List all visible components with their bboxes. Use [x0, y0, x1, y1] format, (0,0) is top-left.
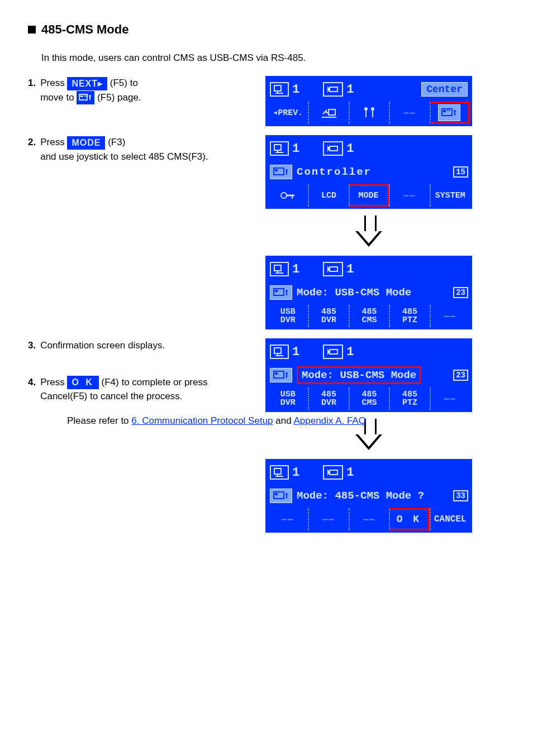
dvr-icon — [270, 141, 289, 156]
step-number: 2. — [28, 135, 36, 164]
page-badge: 15 — [453, 166, 468, 178]
mode-button[interactable]: MODE — [349, 184, 389, 207]
usb-dvr-button[interactable]: USBDVR — [268, 387, 308, 410]
485-ptz-button[interactable]: 485PTZ — [389, 387, 429, 410]
dvr-num: 1 — [292, 83, 299, 97]
485-dvr-button[interactable]: 485DVR — [308, 387, 348, 410]
lcd-button[interactable]: LCD — [308, 184, 348, 207]
step1-text: Press — [40, 78, 64, 88]
svg-point-13 — [364, 107, 368, 111]
485-dvr-button[interactable]: 485DVR — [308, 305, 348, 327]
lcd-screen-2: 1 1 Controller 15 LCD MODE — — [265, 135, 472, 209]
svg-rect-50 — [275, 372, 278, 375]
lcd2-title: Controller — [297, 166, 372, 178]
step1-text: page. — [117, 92, 141, 103]
svg-rect-18 — [443, 110, 446, 112]
cam-icon — [323, 465, 343, 480]
cam-icon — [323, 262, 343, 276]
step4-text: (F4) to complete or press Cancel(F5) to … — [40, 377, 207, 402]
dvr-num: 1 — [292, 345, 299, 359]
dvr-icon — [270, 262, 289, 276]
485-cms-button[interactable]: 485CMS — [349, 387, 389, 410]
cam-num: 1 — [346, 345, 354, 359]
svg-rect-2 — [84, 95, 85, 97]
f5-blank: —— — [430, 387, 470, 410]
dvr-num: 1 — [292, 142, 299, 156]
lcd5-title: Mode: 485-CMS Mode ? — [297, 490, 424, 502]
intro-text: In this mode, users can control CMS as U… — [41, 52, 505, 64]
svg-rect-57 — [330, 470, 337, 475]
svg-rect-44 — [274, 348, 281, 353]
f1-key-icon[interactable] — [268, 184, 308, 207]
dvr-num: 1 — [292, 262, 299, 276]
svg-rect-23 — [274, 145, 281, 150]
ok-button[interactable]: O K — [389, 508, 429, 530]
svg-rect-27 — [330, 146, 337, 151]
center-label: Center — [421, 82, 468, 97]
system-button[interactable]: SYSTEM — [430, 184, 470, 207]
step-number: 3. — [28, 338, 36, 353]
f4-blank: —— — [389, 184, 429, 207]
f3-blank: —— — [349, 508, 389, 530]
section-title-text: 485-CMS Mode — [41, 22, 129, 37]
svg-rect-1 — [80, 95, 83, 97]
step2-text: and use joystick to select 485 CMS(F3). — [40, 151, 208, 162]
dvr-icon — [270, 344, 289, 359]
svg-rect-39 — [330, 267, 337, 271]
page-badge: 33 — [453, 490, 468, 501]
link-protocol-setup[interactable]: 6. Communication Protocol Setup — [131, 415, 273, 426]
controller-title-icon — [270, 368, 292, 382]
lcd-screen-1: 1 1 Center ◂PREV. —— — [265, 76, 472, 126]
485-cms-button[interactable]: 485CMS — [349, 305, 389, 327]
dvr-icon — [270, 82, 289, 97]
f2-icon[interactable] — [308, 102, 348, 124]
step2-text: (F3) — [108, 137, 125, 147]
f3-icon[interactable] — [349, 102, 389, 124]
cam-num: 1 — [346, 83, 354, 97]
page-badge: 23 — [453, 287, 468, 298]
svg-rect-20 — [449, 110, 450, 111]
cam-num: 1 — [346, 262, 354, 276]
step-number: 1. — [28, 76, 36, 104]
f5-blank: —— — [430, 305, 470, 327]
step2-text: Press — [40, 137, 64, 147]
cam-num: 1 — [346, 142, 354, 156]
link-appendix-faq[interactable]: Appendix A. FAQ — [293, 415, 365, 426]
lcd-screen-3: 1 1 Mode: USB-CMS Mode 23 USBDVR 485DVR … — [265, 256, 472, 329]
svg-rect-6 — [274, 85, 281, 91]
controller-title-icon — [270, 165, 292, 179]
f2-blank: —— — [308, 508, 348, 530]
controller-icon — [79, 92, 92, 104]
lcd4-title[interactable]: Mode: USB-CMS Mode — [297, 366, 421, 384]
svg-point-4 — [89, 95, 91, 97]
485-ptz-button[interactable]: 485PTZ — [389, 305, 429, 327]
next-chip: NEXT▸ — [67, 77, 107, 90]
step3-text: Confirmation screen displays. — [40, 338, 165, 353]
f4-blank: —— — [389, 102, 429, 124]
ref-text: Please refer to — [67, 415, 129, 426]
svg-point-51 — [285, 372, 288, 375]
svg-rect-3 — [85, 95, 87, 97]
arrow-down-icon — [355, 216, 383, 249]
svg-point-42 — [285, 290, 288, 292]
bullet-icon — [28, 26, 36, 34]
page-badge: 23 — [453, 370, 468, 381]
usb-dvr-button[interactable]: USBDVR — [268, 305, 308, 327]
svg-point-21 — [454, 110, 456, 112]
cam-num: 1 — [346, 466, 354, 480]
svg-rect-19 — [447, 110, 448, 111]
controller-title-icon — [270, 285, 292, 300]
lcd-screen-5: 1 1 Mode: 485-CMS Mode ? 33 —— —— —— O K — [265, 459, 472, 533]
cancel-button[interactable]: CANCEL — [430, 508, 470, 530]
svg-rect-35 — [274, 265, 281, 271]
step1-text: (F5) to — [110, 78, 138, 88]
step1-text: move to — [40, 92, 74, 103]
mode-chip: MODE — [67, 136, 105, 150]
cam-icon — [323, 141, 343, 156]
controller-f5-button[interactable] — [430, 102, 470, 124]
svg-point-15 — [371, 107, 374, 111]
section-header: 485-CMS Mode — [28, 22, 505, 37]
prev-button[interactable]: ◂PREV. — [268, 102, 308, 124]
svg-rect-29 — [275, 169, 278, 171]
svg-rect-59 — [275, 493, 278, 495]
